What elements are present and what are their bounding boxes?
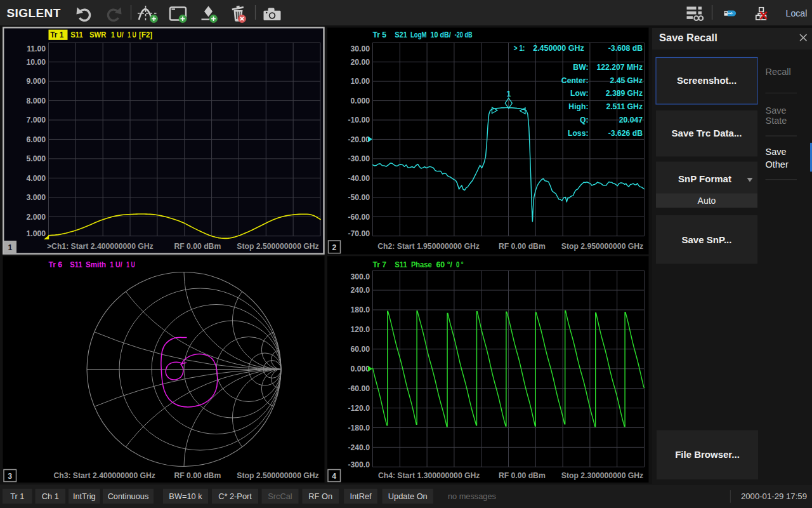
svg-text:-3.608 dB: -3.608 dB [608, 44, 643, 53]
svg-text:-3.626 dB: -3.626 dB [608, 129, 643, 138]
svg-text:2.389 GHz: 2.389 GHz [606, 89, 643, 98]
svg-text:1: 1 [8, 243, 13, 252]
svg-text:>Ch1: Start 2.400000000 GHz: >Ch1: Start 2.400000000 GHz [47, 242, 154, 251]
svg-text:Tr 1: Tr 1 [50, 30, 63, 39]
svg-text:-20.00: -20.00 [348, 135, 370, 144]
svg-text:240.0: 240.0 [351, 286, 370, 295]
svg-text:6.000: 6.000 [27, 135, 46, 144]
svg-text:Save: Save [766, 147, 787, 157]
svg-text:2.000: 2.000 [27, 213, 46, 222]
svg-text:no messages: no messages [448, 491, 496, 501]
svg-text:> 1:2.450000 GHz: > 1:2.450000 GHz [514, 44, 584, 53]
svg-text:Other: Other [766, 159, 789, 170]
svg-text:120.0: 120.0 [351, 325, 370, 334]
svg-text:-120.0: -120.0 [348, 404, 370, 413]
svg-text:7.000: 7.000 [27, 116, 46, 124]
svg-text:Auto: Auto [698, 196, 716, 206]
svg-text:State: State [766, 116, 787, 126]
svg-text:8.000: 8.000 [27, 97, 46, 105]
svg-text:Save Recall: Save Recall [659, 32, 717, 43]
svg-text:2000-01-29 17:59: 2000-01-29 17:59 [741, 491, 807, 501]
svg-text:SIGLENT: SIGLENT [7, 6, 61, 20]
svg-text:1.000: 1.000 [27, 229, 46, 238]
svg-text:9.000: 9.000 [27, 77, 46, 86]
svg-text:4.000: 4.000 [27, 174, 46, 183]
svg-text:0.000: 0.000 [351, 97, 370, 105]
svg-text:Stop 2.500000000 GHz: Stop 2.500000000 GHz [237, 242, 318, 251]
svg-text:5.000: 5.000 [27, 154, 46, 163]
svg-text:Screenshot...: Screenshot... [677, 75, 737, 86]
svg-text:Recall: Recall [766, 67, 791, 77]
svg-text:BW=10 k: BW=10 k [169, 491, 202, 501]
svg-text:300.0: 300.0 [351, 272, 370, 281]
svg-text:4: 4 [332, 472, 336, 481]
svg-text:Ch 1: Ch 1 [42, 491, 59, 501]
svg-text:30.00: 30.00 [351, 44, 370, 53]
svg-text:IntRef: IntRef [350, 491, 372, 501]
svg-text:-50.00: -50.00 [348, 193, 370, 202]
svg-text:Local: Local [786, 8, 808, 18]
svg-text:SrcCal: SrcCal [268, 491, 292, 501]
svg-text:-40.00: -40.00 [348, 174, 370, 183]
svg-text:Q:: Q: [580, 116, 589, 124]
svg-text:3.000: 3.000 [27, 193, 46, 202]
svg-text:10.00: 10.00 [27, 58, 46, 67]
svg-text:RF 0.00 dBm: RF 0.00 dBm [499, 242, 546, 251]
svg-text:Stop 2.300000000 GHz: Stop 2.300000000 GHz [561, 471, 643, 480]
svg-text:-70.00: -70.00 [348, 229, 370, 238]
svg-text:S11SWR1 U/1 U[F2]: S11SWR1 U/1 U[F2] [70, 30, 152, 39]
svg-text:-60.00: -60.00 [348, 384, 370, 393]
svg-text:BW:: BW: [573, 63, 588, 72]
svg-text:Stop 2.500000000 GHz: Stop 2.500000000 GHz [237, 471, 318, 480]
svg-text:2: 2 [332, 243, 337, 252]
svg-text:RF 0.00 dBm: RF 0.00 dBm [499, 471, 546, 480]
svg-text:SnP Format: SnP Format [678, 173, 731, 184]
svg-text:High:: High: [568, 102, 588, 111]
svg-text:-10.00: -10.00 [348, 116, 370, 124]
svg-text:Ch3: Start 2.400000000 GHz: Ch3: Start 2.400000000 GHz [53, 471, 155, 480]
svg-text:60.00: 60.00 [351, 345, 370, 354]
svg-text:Low:: Low: [570, 89, 588, 98]
svg-text:20.00: 20.00 [351, 58, 370, 67]
svg-text:Ch4: Start 1.300000000 GHz: Ch4: Start 1.300000000 GHz [378, 471, 480, 480]
svg-text:Stop 2.950000000 GHz: Stop 2.950000000 GHz [561, 242, 643, 251]
svg-text:Tr 6S11Smith1 U/1 U: Tr 6S11Smith1 U/1 U [49, 260, 135, 269]
svg-text:-180.0: -180.0 [348, 424, 370, 432]
svg-text:10.00: 10.00 [351, 77, 370, 86]
svg-text:Continuous: Continuous [108, 491, 149, 501]
svg-text:RF 0.00 dBm: RF 0.00 dBm [174, 242, 221, 251]
svg-text:C* 2-Port: C* 2-Port [218, 491, 252, 501]
svg-text:Save Trc Data...: Save Trc Data... [672, 128, 742, 138]
svg-text:-60.00: -60.00 [348, 213, 370, 222]
svg-text:11.00: 11.00 [27, 44, 46, 53]
svg-text:IntTrig: IntTrig [73, 491, 96, 501]
svg-text:Center:: Center: [561, 76, 589, 85]
svg-text:180.0: 180.0 [351, 305, 370, 314]
svg-text:3: 3 [8, 472, 12, 481]
svg-text:-300.0: -300.0 [348, 460, 370, 469]
svg-text:0.000: 0.000 [351, 364, 370, 373]
svg-text:Loss:: Loss: [568, 129, 589, 138]
svg-text:2.45 GHz: 2.45 GHz [610, 76, 643, 85]
svg-text:Save SnP...: Save SnP... [682, 234, 732, 245]
svg-text:RF 0.00 dBm: RF 0.00 dBm [174, 471, 221, 480]
svg-text:1: 1 [506, 90, 511, 98]
svg-text:Update On: Update On [388, 491, 428, 501]
svg-text:Ch2: Start 1.950000000 GHz: Ch2: Start 1.950000000 GHz [377, 242, 480, 251]
svg-text:Tr 7S11Phase60 °/0 °: Tr 7S11Phase60 °/0 ° [373, 260, 464, 269]
svg-text:122.207 MHz: 122.207 MHz [597, 63, 643, 72]
svg-text:-30.00: -30.00 [348, 154, 370, 163]
svg-text:-240.0: -240.0 [348, 443, 370, 452]
svg-text:RF On: RF On [308, 491, 332, 501]
svg-text:File Browser...: File Browser... [675, 449, 740, 460]
svg-text:Save: Save [766, 105, 787, 116]
svg-text:2.511 GHz: 2.511 GHz [606, 102, 643, 111]
svg-text:Tr 1: Tr 1 [10, 491, 24, 501]
svg-text:20.047: 20.047 [619, 116, 643, 124]
